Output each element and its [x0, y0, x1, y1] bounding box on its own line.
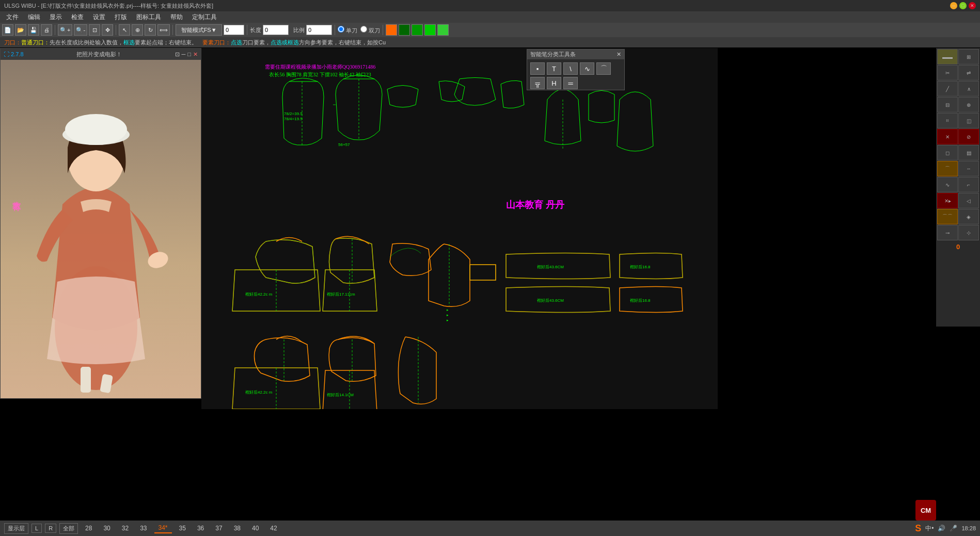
mode-input[interactable] [224, 25, 244, 35]
menu-icons[interactable]: 图标工具 [132, 12, 165, 23]
size-34[interactable]: 34* [154, 523, 172, 533]
length-input[interactable] [263, 25, 289, 35]
layer-all-btn[interactable]: 全部 [59, 523, 78, 534]
tool-line[interactable]: \ [563, 62, 578, 75]
smart-tools-close[interactable]: ✕ [617, 51, 621, 58]
rt-icon-19[interactable]: ✕▸ [937, 193, 958, 208]
photo-max[interactable]: □ [187, 51, 191, 58]
tool-btn-green4[interactable] [437, 24, 449, 36]
canvas-area[interactable]: 需要住期课程视频录播加小雨老师QQ3069171486 衣长56 胸围78 肩宽… [201, 48, 718, 409]
print-button[interactable]: 🖨 [41, 24, 52, 36]
status-sound[interactable]: 🔊 [938, 525, 945, 532]
rt-icon-22[interactable]: ◈ [958, 209, 979, 224]
zoom-in-button[interactable]: 🔍+ [58, 24, 72, 36]
photo-min[interactable]: ─ [182, 51, 186, 58]
size-30[interactable]: 30 [99, 524, 114, 533]
menu-check[interactable]: 检查 [67, 12, 88, 23]
rt-icon-14[interactable]: ▤ [958, 145, 979, 160]
knife-toggle-btn[interactable] [386, 24, 397, 36]
rt-icon-18[interactable]: ⌐ [958, 177, 979, 192]
photo-close[interactable]: ✕ [193, 51, 198, 58]
tool-btn-green3[interactable] [424, 24, 436, 36]
rt-icon-2[interactable]: ⊞ [958, 49, 979, 64]
tool-notch[interactable]: ╦ [530, 77, 545, 89]
rt-icon-21[interactable]: ⌒⌒ [937, 209, 958, 224]
cm-badge[interactable]: CM [915, 500, 936, 521]
photo-restore[interactable]: ⊡ [175, 51, 180, 58]
move-button[interactable]: ⊕ [132, 24, 143, 36]
tool-text[interactable]: T [547, 62, 561, 75]
tool-btn-green1[interactable] [399, 24, 410, 36]
rt-icon-3[interactable]: ✂ [937, 65, 958, 80]
tool-curve1[interactable]: ∿ [580, 62, 594, 75]
tool-btn-green2[interactable] [412, 24, 423, 36]
open-button[interactable]: 📂 [15, 24, 26, 36]
menu-view[interactable]: 显示 [45, 12, 66, 23]
size-40[interactable]: 40 [248, 524, 263, 533]
svg-text:褶好后42.2c m: 褶好后42.2c m [245, 292, 273, 297]
layer-number: 0 [937, 243, 979, 251]
rt-icon-5[interactable]: ╱ [937, 81, 958, 96]
rotate-button[interactable]: ↻ [145, 24, 156, 36]
rt-icon-11[interactable]: ✕ [937, 129, 958, 144]
layer-l-btn[interactable]: L [31, 524, 42, 533]
svg-text:衣长56  胸围78  肩宽32  下摆102  袖长42 : 衣长56 胸围78 肩宽32 下摆102 袖长42 袖口23 [269, 72, 371, 77]
tool-h[interactable]: H [547, 77, 561, 89]
menu-pattern[interactable]: 打版 [110, 12, 131, 23]
rt-icon-9[interactable]: ⌗ [937, 113, 958, 128]
tool-rect[interactable]: ▪ [530, 62, 545, 75]
rt-icon-12[interactable]: ⊘ [958, 129, 979, 144]
ri-row-8: ⌒ ╌ [937, 161, 979, 176]
maximize-button[interactable]: □ [959, 2, 967, 9]
smart-mode-dropdown[interactable]: 智能模式FS▼ [176, 24, 222, 36]
rt-icon-13[interactable]: ◻ [937, 145, 958, 160]
size-42[interactable]: 42 [266, 524, 281, 533]
svg-point-4 [65, 114, 127, 145]
rt-icon-20[interactable]: ◁ [958, 193, 979, 208]
size-38[interactable]: 38 [230, 524, 245, 533]
rt-icon-8[interactable]: ⊕ [958, 97, 979, 112]
rt-icon-6[interactable]: ∧ [958, 81, 979, 96]
rt-icon-16[interactable]: ╌ [958, 161, 979, 176]
scale-input[interactable] [306, 25, 332, 35]
tool-curve2[interactable]: ⌒ [596, 62, 611, 75]
right-tools-panel: ▬▬ ⊞ ✂ ⇌ ╱ ∧ ⊟ ⊕ ⌗ ◫ ✕ ⊘ ◻ ▤ ⌒ ╌ ∿ ⌐ ✕▸ … [936, 48, 980, 327]
mirror-button[interactable]: ⟺ [157, 24, 170, 36]
menu-custom[interactable]: 定制工具 [188, 12, 221, 23]
menu-help[interactable]: 帮助 [166, 12, 187, 23]
size-35[interactable]: 35 [175, 524, 190, 533]
zoom-out-button[interactable]: 🔍- [74, 24, 87, 36]
double-knife-radio[interactable] [360, 26, 367, 33]
rt-icon-15[interactable]: ⌒ [937, 161, 958, 176]
status-mic[interactable]: 🎤 [950, 525, 957, 532]
rt-icon-4[interactable]: ⇌ [958, 65, 979, 80]
menu-edit[interactable]: 编辑 [24, 12, 44, 23]
rt-icon-23[interactable]: ⊸ [937, 225, 958, 240]
menu-settings[interactable]: 设置 [89, 12, 109, 23]
menu-file[interactable]: 文件 [2, 12, 23, 23]
size-32[interactable]: 32 [118, 524, 133, 533]
close-button[interactable]: ✕ [969, 2, 976, 9]
side-pieces [454, 78, 524, 108]
tool-parallel[interactable]: ═ [563, 77, 578, 89]
pan-button[interactable]: ✥ [102, 24, 113, 36]
band-piece-4: 褶好后16.8 [620, 287, 683, 313]
rt-icon-17[interactable]: ∿ [937, 177, 958, 192]
save-button[interactable]: 💾 [28, 24, 39, 36]
layer-r-btn[interactable]: R [45, 524, 56, 533]
rt-icon-7[interactable]: ⊟ [937, 97, 958, 112]
size-37[interactable]: 37 [211, 524, 226, 533]
single-knife-radio[interactable] [338, 26, 344, 33]
size-36[interactable]: 36 [193, 524, 208, 533]
size-33[interactable]: 33 [136, 524, 151, 533]
new-button[interactable]: 📄 [2, 24, 13, 36]
select-button[interactable]: ↖ [119, 24, 130, 36]
minimize-button[interactable]: ─ [950, 2, 957, 9]
fit-button[interactable]: ⊡ [89, 24, 100, 36]
rt-icon-24[interactable]: ⊹ [958, 225, 979, 240]
rt-icon-1[interactable]: ▬▬ [937, 49, 958, 64]
svg-text:56+57: 56+57 [338, 142, 350, 147]
hint-select2: 点选或框选 [271, 39, 299, 46]
size-28[interactable]: 28 [81, 524, 96, 533]
rt-icon-10[interactable]: ◫ [958, 113, 979, 128]
